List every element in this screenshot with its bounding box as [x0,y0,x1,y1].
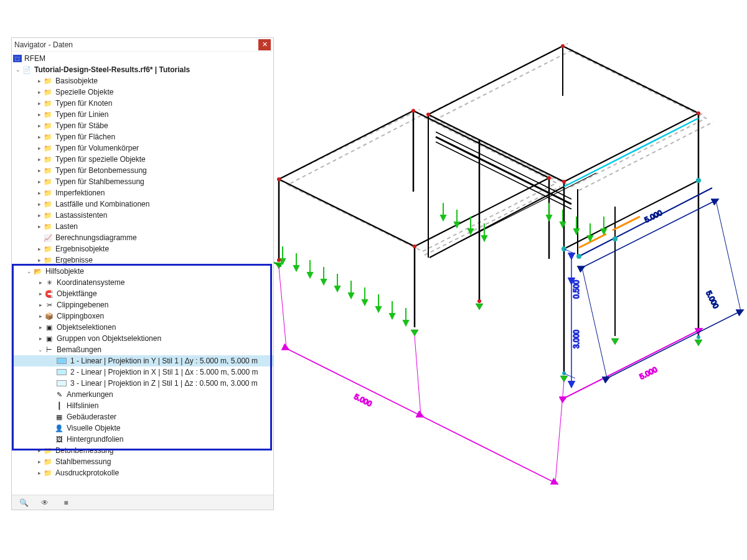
tree-item[interactable]: Gruppen von Objektselektionen [55,334,161,343]
tree-hilfsobjekte[interactable]: Hilfsobjekte [44,267,84,276]
chevron-right-icon[interactable]: ▸ [47,436,54,442]
chevron-right-icon[interactable]: ▸ [35,190,43,196]
color-swatch [57,369,67,375]
navigator-titlebar[interactable]: Navigator - Daten ✕ [12,38,273,52]
dim-z-2: 3.000 [572,330,581,348]
tree-item[interactable]: Betonbemessung [54,446,113,455]
tree-item[interactable]: Typen für Stahlbemessung [54,177,144,186]
chevron-right-icon[interactable]: ▸ [35,179,43,185]
tree-item[interactable]: Lastassistenten [54,211,107,220]
chevron-right-icon[interactable]: ▸ [35,459,43,465]
chevron-right-icon[interactable]: ▸ [35,111,43,118]
tree-item[interactable]: Objektselektionen [55,323,116,332]
chevron-right-icon[interactable]: ▸ [35,470,43,476]
chevron-right-icon[interactable]: ▸ [35,212,43,218]
dim-y-1: 5.000 [353,392,374,408]
tree-root[interactable]: RFEM [23,54,45,63]
tree-item[interactable]: Typen für Knoten [54,99,112,108]
tree-item[interactable]: Lastfälle und Kombinationen [54,200,149,208]
chevron-down-icon[interactable]: ⌄ [26,268,33,274]
dimension-item-2[interactable]: 2 - Linear | Projektion in X | Stil 1 | … [12,366,273,378]
chevron-right-icon[interactable]: ▸ [47,403,54,409]
dim-y-2: 5.000 [638,365,659,381]
chevron-right-icon[interactable]: ▸ [47,414,54,420]
chevron-right-icon[interactable]: ▸ [35,134,43,140]
tree-item[interactable]: Typen für Betonbemessung [54,166,147,175]
tree-item[interactable]: Visuelle Objekte [65,424,121,432]
chevron-down-icon[interactable]: ⌄ [14,67,22,73]
chevron-right-icon[interactable]: ▸ [35,246,43,252]
item-icon: ▣ [44,334,54,343]
chevron-right-icon[interactable]: ▸ [35,167,43,174]
item-icon: 👤 [54,424,64,432]
folder-icon: 📁 [43,121,53,130]
tree-item[interactable]: Typen für spezielle Objekte [54,155,146,164]
folder-icon: 📁 [43,457,53,466]
chevron-right-icon[interactable]: ▸ [37,302,44,308]
footer-btn-3[interactable]: ■ [59,497,73,508]
tree-file[interactable]: Tutorial-Design-Steel-Results.rf6* | Tut… [33,65,190,74]
tree-item[interactable]: Clippingebenen [55,301,108,309]
tree-item[interactable]: Gebäuderaster [65,413,116,421]
tree-item[interactable]: Ergebnisobjekte [54,245,109,253]
dimension-y-right: 5.000 [564,330,700,398]
chevron-right-icon[interactable]: ▸ [35,145,43,151]
chevron-right-icon[interactable]: ▸ [35,89,43,95]
color-swatch [57,358,67,364]
chevron-right-icon[interactable]: ▸ [47,391,54,398]
svg-line-49 [286,348,421,416]
tree-item[interactable]: Anmerkungen [65,390,113,399]
chevron-right-icon[interactable]: ▸ [35,223,43,230]
tree-item[interactable]: Imperfektionen [54,189,105,197]
tree-item[interactable]: Typen für Flächen [54,133,115,141]
tree-item[interactable]: Stahlbemessung [54,457,111,466]
svg-line-51 [279,268,286,348]
dimension-item-3[interactable]: 3 - Linear | Projektion in Z | Stil 1 | … [12,378,273,389]
footer-btn-1[interactable]: 🔍 [17,497,31,508]
tree-item[interactable]: Basisobjekte [54,77,98,85]
tree-item[interactable]: Objektfänge [55,289,97,298]
dim-x-2: 5.000 [704,289,720,310]
tree-item[interactable]: Ausdruckprotokolle [54,469,119,477]
chevron-right-icon[interactable]: ▸ [37,313,44,319]
tree-item[interactable]: Berechnungsdiagramme [54,233,137,242]
tree-item[interactable]: Lasten [54,222,78,231]
tree-item[interactable]: Typen für Volumenkörper [54,144,139,152]
chevron-right-icon[interactable]: ▸ [35,123,43,129]
chevron-right-icon[interactable]: ▸ [37,291,44,297]
folder-icon: 📁 [43,211,53,220]
chevron-right-icon[interactable]: ▸ [35,100,43,106]
chevron-right-icon[interactable]: ▸ [35,78,43,84]
tree-item[interactable]: Hilfslinien [65,401,98,410]
chevron-right-icon[interactable]: ▸ [35,201,43,207]
svg-point-30 [277,177,281,181]
tree-item[interactable]: Koordinatensysteme [55,278,125,287]
chevron-right-icon[interactable]: ▸ [35,257,43,263]
folder-icon: 📁 [43,469,53,477]
folder-icon: 📁 [43,110,53,119]
tree-item[interactable]: Typen für Stäbe [54,121,108,130]
tree-item[interactable]: Spezielle Objekte [54,88,113,96]
svg-line-56 [582,200,716,268]
navigator-tree[interactable]: ⬚ RFEM ⌄ 📄 Tutorial-Design-Steel-Results… [12,52,273,495]
tree-item[interactable]: Typen für Linien [54,110,108,119]
tree-bemassungen[interactable]: Bemaßungen [55,345,101,354]
chevron-right-icon[interactable]: ▸ [37,335,44,342]
supports [275,263,702,382]
tree-item[interactable]: Ergebnisse [54,256,93,264]
svg-point-42 [576,254,581,259]
footer-btn-2[interactable]: 👁 [38,497,52,508]
close-button[interactable]: ✕ [258,39,271,50]
tree-item[interactable]: Hintergrundfolien [65,435,123,444]
chevron-right-icon[interactable]: ▸ [37,324,44,330]
svg-point-34 [426,113,430,116]
dimension-item-1[interactable]: 1 - Linear | Projektion in Y | Stil 1 | … [12,355,273,366]
chevron-right-icon[interactable]: ▸ [35,447,43,454]
tree-item[interactable]: Clippingboxen [55,312,104,320]
chevron-right-icon[interactable]: ▸ [35,156,43,162]
folder-icon: 📁 [43,77,53,85]
svg-line-59 [607,311,741,378]
chevron-down-icon[interactable]: ⌄ [37,347,44,353]
chevron-right-icon[interactable]: ▸ [47,425,54,431]
chevron-right-icon[interactable]: ▸ [37,279,44,286]
